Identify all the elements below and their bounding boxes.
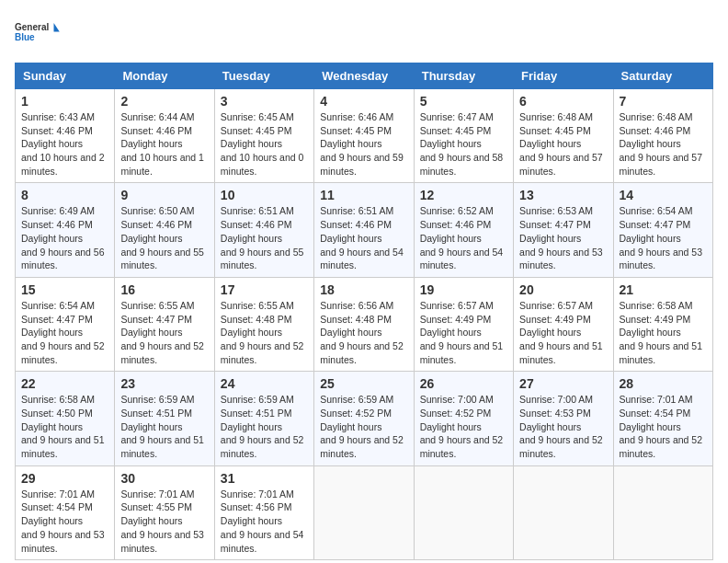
calendar-day-cell: 1 Sunrise: 6:43 AMSunset: 4:46 PMDayligh… [16, 89, 115, 183]
day-number: 1 [21, 94, 108, 109]
calendar-day-cell [613, 465, 712, 559]
calendar-day-cell: 18 Sunrise: 6:56 AMSunset: 4:48 PMDaylig… [314, 277, 414, 371]
calendar-week-row: 15 Sunrise: 6:54 AMSunset: 4:47 PMDaylig… [16, 277, 713, 371]
day-number: 6 [519, 94, 607, 109]
calendar-day-cell: 30 Sunrise: 7:01 AMSunset: 4:55 PMDaylig… [115, 465, 214, 559]
day-info: Sunrise: 6:47 AMSunset: 4:45 PMDaylight … [420, 111, 504, 177]
calendar-day-cell: 23 Sunrise: 6:59 AMSunset: 4:51 PMDaylig… [115, 372, 214, 465]
weekday-header: Wednesday [314, 63, 414, 89]
day-number: 15 [21, 282, 108, 297]
calendar-day-cell: 26 Sunrise: 7:00 AMSunset: 4:52 PMDaylig… [414, 372, 513, 465]
day-number: 20 [519, 282, 607, 297]
day-number: 13 [519, 188, 607, 202]
day-number: 10 [221, 188, 308, 202]
day-number: 16 [120, 282, 208, 297]
day-number: 22 [21, 376, 108, 391]
day-number: 3 [221, 94, 308, 109]
weekday-header: Monday [115, 63, 214, 89]
logo-svg: General Blue [15, 15, 61, 52]
day-info: Sunrise: 6:55 AMSunset: 4:47 PMDaylight … [120, 300, 204, 365]
day-number: 18 [320, 282, 407, 297]
day-info: Sunrise: 6:51 AMSunset: 4:46 PMDaylight … [320, 205, 404, 270]
calendar-day-cell: 12 Sunrise: 6:52 AMSunset: 4:46 PMDaylig… [414, 183, 513, 277]
day-number: 8 [21, 188, 108, 202]
day-info: Sunrise: 7:00 AMSunset: 4:53 PMDaylight … [519, 394, 603, 459]
day-info: Sunrise: 6:53 AMSunset: 4:47 PMDaylight … [519, 205, 603, 270]
day-info: Sunrise: 6:54 AMSunset: 4:47 PMDaylight … [620, 205, 703, 270]
calendar-day-cell: 4 Sunrise: 6:46 AMSunset: 4:45 PMDayligh… [314, 89, 414, 183]
calendar-day-cell: 9 Sunrise: 6:50 AMSunset: 4:46 PMDayligh… [115, 183, 214, 277]
day-info: Sunrise: 7:01 AMSunset: 4:56 PMDaylight … [221, 488, 304, 554]
svg-marker-2 [54, 23, 60, 31]
day-info: Sunrise: 6:59 AMSunset: 4:51 PMDaylight … [221, 394, 304, 459]
day-info: Sunrise: 6:54 AMSunset: 4:47 PMDaylight … [21, 300, 105, 365]
calendar-week-row: 29 Sunrise: 7:01 AMSunset: 4:54 PMDaylig… [16, 465, 713, 559]
calendar-table: SundayMondayTuesdayWednesdayThursdayFrid… [15, 63, 713, 560]
day-info: Sunrise: 6:50 AMSunset: 4:46 PMDaylight … [120, 205, 204, 270]
day-info: Sunrise: 6:59 AMSunset: 4:52 PMDaylight … [320, 394, 404, 459]
calendar-day-cell: 25 Sunrise: 6:59 AMSunset: 4:52 PMDaylig… [314, 372, 414, 465]
day-number: 28 [620, 376, 707, 391]
calendar-day-cell: 13 Sunrise: 6:53 AMSunset: 4:47 PMDaylig… [514, 183, 613, 277]
calendar-week-row: 8 Sunrise: 6:49 AMSunset: 4:46 PMDayligh… [16, 183, 713, 277]
day-info: Sunrise: 6:59 AMSunset: 4:51 PMDaylight … [120, 394, 204, 459]
calendar-day-cell: 19 Sunrise: 6:57 AMSunset: 4:49 PMDaylig… [414, 277, 513, 371]
calendar-week-row: 22 Sunrise: 6:58 AMSunset: 4:50 PMDaylig… [16, 372, 713, 465]
day-number: 9 [120, 188, 208, 202]
calendar-day-cell: 11 Sunrise: 6:51 AMSunset: 4:46 PMDaylig… [314, 183, 414, 277]
day-number: 5 [420, 94, 507, 109]
day-info: Sunrise: 6:43 AMSunset: 4:46 PMDaylight … [21, 111, 105, 177]
calendar-day-cell: 22 Sunrise: 6:58 AMSunset: 4:50 PMDaylig… [16, 372, 115, 465]
day-number: 24 [221, 376, 308, 391]
day-number: 27 [519, 376, 607, 391]
calendar-day-cell: 14 Sunrise: 6:54 AMSunset: 4:47 PMDaylig… [613, 183, 712, 277]
day-number: 30 [120, 471, 208, 486]
day-info: Sunrise: 6:49 AMSunset: 4:46 PMDaylight … [21, 205, 105, 270]
day-number: 19 [420, 282, 507, 297]
calendar-day-cell: 5 Sunrise: 6:47 AMSunset: 4:45 PMDayligh… [414, 89, 513, 183]
day-info: Sunrise: 7:01 AMSunset: 4:55 PMDaylight … [120, 488, 204, 554]
day-info: Sunrise: 6:48 AMSunset: 4:46 PMDaylight … [620, 111, 703, 177]
day-number: 11 [320, 188, 407, 202]
weekday-header: Thursday [414, 63, 513, 89]
day-number: 7 [620, 94, 707, 109]
calendar-day-cell: 27 Sunrise: 7:00 AMSunset: 4:53 PMDaylig… [514, 372, 613, 465]
day-info: Sunrise: 6:44 AMSunset: 4:46 PMDaylight … [120, 111, 204, 177]
day-info: Sunrise: 6:57 AMSunset: 4:49 PMDaylight … [420, 300, 504, 365]
day-info: Sunrise: 6:58 AMSunset: 4:50 PMDaylight … [21, 394, 105, 459]
day-info: Sunrise: 6:56 AMSunset: 4:48 PMDaylight … [320, 300, 404, 365]
calendar-day-cell: 17 Sunrise: 6:55 AMSunset: 4:48 PMDaylig… [214, 277, 313, 371]
calendar-day-cell [414, 465, 513, 559]
day-number: 4 [320, 94, 407, 109]
calendar-day-cell: 20 Sunrise: 6:57 AMSunset: 4:49 PMDaylig… [514, 277, 613, 371]
calendar-day-cell: 8 Sunrise: 6:49 AMSunset: 4:46 PMDayligh… [16, 183, 115, 277]
day-info: Sunrise: 6:58 AMSunset: 4:49 PMDaylight … [620, 300, 703, 365]
calendar-day-cell: 24 Sunrise: 6:59 AMSunset: 4:51 PMDaylig… [214, 372, 313, 465]
day-number: 21 [620, 282, 707, 297]
calendar-day-cell: 31 Sunrise: 7:01 AMSunset: 4:56 PMDaylig… [214, 465, 313, 559]
calendar-day-cell: 16 Sunrise: 6:55 AMSunset: 4:47 PMDaylig… [115, 277, 214, 371]
calendar-day-cell: 28 Sunrise: 7:01 AMSunset: 4:54 PMDaylig… [613, 372, 712, 465]
logo: General Blue [15, 15, 61, 52]
weekday-header: Tuesday [214, 63, 313, 89]
day-info: Sunrise: 6:45 AMSunset: 4:45 PMDaylight … [221, 111, 304, 177]
calendar-day-cell: 15 Sunrise: 6:54 AMSunset: 4:47 PMDaylig… [16, 277, 115, 371]
calendar-day-cell: 6 Sunrise: 6:48 AMSunset: 4:45 PMDayligh… [514, 89, 613, 183]
day-info: Sunrise: 6:46 AMSunset: 4:45 PMDaylight … [320, 111, 404, 177]
day-number: 12 [420, 188, 507, 202]
weekday-header: Saturday [613, 63, 712, 89]
weekday-header: Sunday [16, 63, 115, 89]
day-number: 31 [221, 471, 308, 486]
day-number: 17 [221, 282, 308, 297]
day-info: Sunrise: 6:51 AMSunset: 4:46 PMDaylight … [221, 205, 304, 270]
weekday-header: Friday [514, 63, 613, 89]
day-info: Sunrise: 6:55 AMSunset: 4:48 PMDaylight … [221, 300, 304, 365]
day-info: Sunrise: 7:00 AMSunset: 4:52 PMDaylight … [420, 394, 504, 459]
calendar-day-cell: 2 Sunrise: 6:44 AMSunset: 4:46 PMDayligh… [115, 89, 214, 183]
day-info: Sunrise: 7:01 AMSunset: 4:54 PMDaylight … [21, 488, 105, 554]
calendar-week-row: 1 Sunrise: 6:43 AMSunset: 4:46 PMDayligh… [16, 89, 713, 183]
header: General Blue [15, 15, 713, 52]
day-number: 25 [320, 376, 407, 391]
calendar-day-cell: 29 Sunrise: 7:01 AMSunset: 4:54 PMDaylig… [16, 465, 115, 559]
day-info: Sunrise: 7:01 AMSunset: 4:54 PMDaylight … [620, 394, 703, 459]
